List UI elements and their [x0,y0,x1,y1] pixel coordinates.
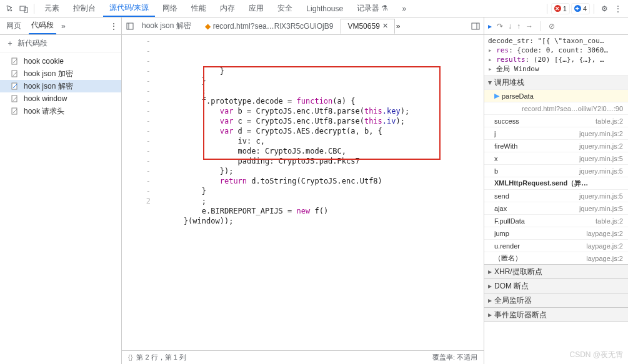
file-tabs: hook json 解密 ◆record.html?sea…RlX3R5cGUi… [122,17,484,35]
kebab-icon[interactable]: ⋮ [612,1,624,16]
snippet-icon [11,82,20,90]
stack-frame[interactable]: fireWithjquery.min.js:2 [484,139,628,152]
debug-toolbar: ▸ ↷ ↓ ↑ → ⊘ [484,17,628,35]
svg-rect-5 [12,96,17,102]
snippet-icon [11,57,20,65]
svg-rect-2 [12,58,17,64]
code-area[interactable]: } } ; f.prototype.decode = function(a) {… [163,35,484,350]
tab-security[interactable]: 安全 [271,1,299,16]
nav-tab-page[interactable]: 网页 [4,18,24,34]
tab-application[interactable]: 应用 [242,1,270,16]
stack-frame[interactable]: xjquery.min.js:5 [484,152,628,164]
svg-rect-4 [12,83,17,89]
file-nav-icon[interactable] [126,22,134,31]
section-callstack[interactable]: ▾调用堆栈 [484,76,628,89]
more-tabs[interactable]: » [396,2,412,16]
stack-frame[interactable]: bjquery.min.js:5 [484,164,628,177]
stack-frame[interactable]: ▶parseData [484,89,628,102]
svg-rect-9 [472,23,479,29]
message-badge[interactable]: ✦4 [571,3,590,14]
new-snippet-button[interactable]: ＋ 新代码段 [0,35,121,52]
stack-frame[interactable]: ajaxjquery.min.js:5 [484,202,628,214]
stack-frame[interactable]: u.renderlaypage.js:2 [484,239,628,252]
stack-frame[interactable]: XMLHttpRequest.send（异… [484,177,628,189]
navigator-panel: 网页 代码段 » ⋮ ＋ 新代码段 hook cookiehook json 加… [0,17,122,364]
resume-icon[interactable]: ▸ [488,22,492,31]
snippet-item[interactable]: hook json 解密 [0,80,121,92]
tab-network[interactable]: 网络 [156,1,184,16]
snippet-icon [11,95,20,102]
deactivate-bp-icon[interactable]: ⊘ [549,22,555,31]
debugger-panel: ▸ ↷ ↓ ↑ → ⊘ decode_str: "[{ \"taxon_cou…… [484,17,628,364]
section-event[interactable]: ▸事件监听器断点 [484,308,628,322]
tab-performance[interactable]: 性能 [185,1,212,16]
plus-icon: ＋ [6,38,14,49]
status-bar: {} 第 2 行，第 1 列 覆盖率: 不适用 [122,350,484,364]
flask-icon: ⚗ [381,4,388,12]
tab-recorder[interactable]: 记录器 ⚗ [351,1,394,16]
close-icon[interactable]: ✕ [382,22,388,30]
svg-rect-6 [12,108,17,114]
snippet-item[interactable]: hook 请求头 [0,105,121,117]
svg-rect-0 [20,6,26,11]
message-icon: ✦ [574,5,581,12]
section-global[interactable]: ▸全局监听器 [484,293,628,307]
settings-icon[interactable]: ⚙ [598,1,611,16]
more-files[interactable]: » [396,22,401,31]
inspect-icon[interactable] [4,1,16,16]
snippet-item[interactable]: hook window [0,92,121,105]
tab-lighthouse[interactable]: Lighthouse [300,2,349,16]
stack-frame[interactable]: F.pullDatatable.js:2 [484,214,628,227]
coverage: 覆盖率: 不适用 [432,353,477,362]
devtools-toolbar: 元素 控制台 源代码/来源 网络 性能 内存 应用 安全 Lighthouse … [0,0,628,17]
file-tab-2[interactable]: VM50659 ✕ [341,19,394,34]
stack-frame[interactable]: successtable.js:2 [484,114,628,127]
snippet-icon [11,107,20,115]
gutter: ----------------2 [122,35,154,350]
snippet-list: hook cookiehook json 加密hook json 解密hook … [0,52,121,120]
editor-panel: hook json 解密 ◆record.html?sea…RlX3R5cGUi… [122,17,484,364]
tab-sources[interactable]: 源代码/来源 [103,0,155,17]
cursor-pos: {} 第 2 行，第 1 列 [128,353,186,362]
step-out-icon[interactable]: ↑ [517,22,521,31]
stack-frame[interactable]: jumplaypage.js:2 [484,227,628,239]
stack-frame[interactable]: jjquery.min.js:2 [484,127,628,139]
tab-console[interactable]: 控制台 [67,1,102,16]
svg-rect-3 [12,71,17,77]
stack-frame[interactable]: record.html?sea…oiliwiY2l0…:90 [484,102,628,114]
file-tab-1[interactable]: ◆record.html?sea…RlX3R5cGUiOjB9 [199,19,340,33]
snippet-icon [11,70,20,77]
tab-memory[interactable]: 内存 [214,1,241,16]
scope-view[interactable]: decode_str: "[{ \"taxon_cou…▸ res: {code… [484,35,628,76]
step-over-icon[interactable]: ↷ [497,22,503,31]
file-tab-0[interactable]: hook json 解密 [136,18,197,34]
step-icon[interactable]: → [526,22,533,31]
snippet-item[interactable]: hook cookie [0,55,121,67]
device-icon[interactable] [17,1,30,16]
error-icon: ✕ [554,5,561,12]
svg-rect-7 [127,23,133,29]
tab-elements[interactable]: 元素 [38,1,66,16]
navigator-tabs: 网页 代码段 » ⋮ [0,17,121,35]
nav-more[interactable]: » [61,22,66,31]
error-badge[interactable]: ✕1 [551,3,570,14]
snippet-item[interactable]: hook json 加密 [0,67,121,80]
section-dom[interactable]: ▸DOM 断点 [484,279,628,293]
stack-frame[interactable]: sendjquery.min.js:5 [484,189,628,202]
stack-frame[interactable]: （匿名）laypage.js:2 [484,252,628,264]
panel-toggle-icon[interactable] [471,22,480,31]
html-icon: ◆ [205,22,211,31]
callstack-list: ▶parseDatarecord.html?sea…oiliwiY2l0…:90… [484,89,628,264]
fold-gutter [154,35,163,350]
nav-tab-snippets[interactable]: 代码段 [29,17,56,34]
section-xhr[interactable]: ▸XHR/提取断点 [484,265,628,278]
code-editor[interactable]: ----------------2 } } ; f.prototype.deco… [122,35,484,350]
step-into-icon[interactable]: ↓ [508,22,512,31]
kebab-icon[interactable]: ⋮ [110,22,117,31]
